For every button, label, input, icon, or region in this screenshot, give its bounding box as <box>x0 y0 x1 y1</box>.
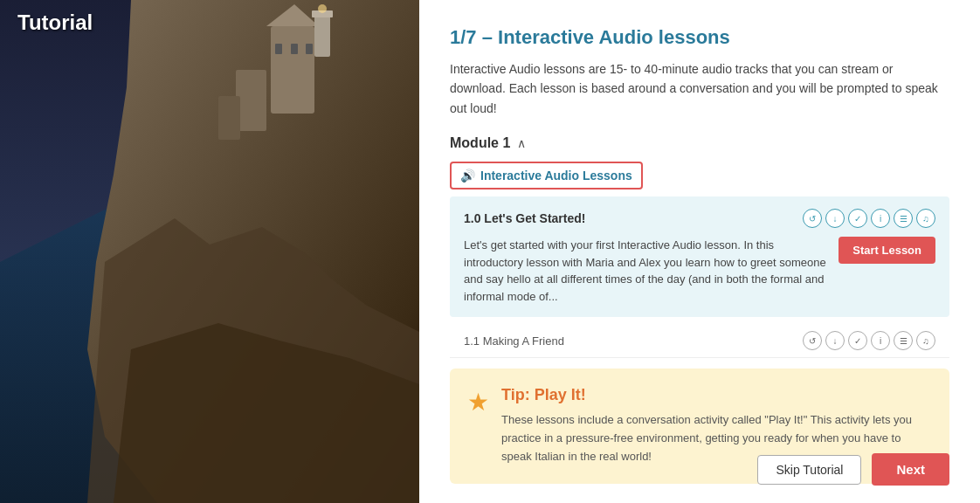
lesson-icon-download[interactable]: ↓ <box>825 209 845 228</box>
lesson-icon-check[interactable]: ✓ <box>848 209 867 228</box>
lesson-icon-info[interactable]: i <box>871 209 890 228</box>
collapsed-icon-list[interactable]: ☰ <box>894 331 913 350</box>
lesson-item-body: Let's get started with your first Intera… <box>464 237 935 305</box>
collapsed-lesson-item: 1.1 Making A Friend ↺ ↓ ✓ i ☰ ♫ <box>450 324 949 358</box>
tutorial-label: Tutorial <box>17 10 93 35</box>
lesson-item-header: 1.0 Let's Get Started! ↺ ↓ ✓ i ☰ ♫ <box>464 209 935 228</box>
chevron-up-icon[interactable]: ∧ <box>517 136 526 150</box>
lesson-icon-refresh[interactable]: ↺ <box>803 209 822 228</box>
lesson-section-highlight: 🔊 Interactive Audio Lessons <box>450 162 643 189</box>
right-panel: 1/7 – Interactive Audio lessons Interact… <box>419 0 980 503</box>
collapsed-icon-refresh[interactable]: ↺ <box>803 331 822 350</box>
collapsed-lesson-title: 1.1 Making A Friend <box>464 334 564 348</box>
collapsed-icon-check[interactable]: ✓ <box>848 331 867 350</box>
expanded-lesson-item: 1.0 Let's Get Started! ↺ ↓ ✓ i ☰ ♫ Let's… <box>450 196 949 317</box>
next-button[interactable]: Next <box>872 453 949 486</box>
left-panel: Tutorial <box>0 0 419 503</box>
module-title: Module 1 <box>450 135 510 151</box>
tip-title: Tip: Play It! <box>501 386 932 404</box>
tip-star-icon: ★ <box>467 388 489 417</box>
bottom-nav: Skip Tutorial Next <box>757 453 949 486</box>
audio-icon: 🔊 <box>460 169 475 183</box>
lesson-item-text: Let's get started with your first Intera… <box>464 237 830 305</box>
lesson-item-title: 1.0 Let's Get Started! <box>464 211 585 225</box>
collapsed-icon-download[interactable]: ↓ <box>825 331 845 350</box>
lesson-section-label: Interactive Audio Lessons <box>480 169 632 183</box>
collapsed-lesson-icons: ↺ ↓ ✓ i ☰ ♫ <box>803 331 935 350</box>
collapsed-icon-headphones[interactable]: ♫ <box>916 331 935 350</box>
lesson-icon-headphones[interactable]: ♫ <box>916 209 935 228</box>
collapsed-icon-info[interactable]: i <box>871 331 890 350</box>
page-title: 1/7 – Interactive Audio lessons <box>450 26 949 49</box>
lesson-icon-list[interactable]: ☰ <box>894 209 913 228</box>
start-lesson-button[interactable]: Start Lesson <box>839 237 935 264</box>
skip-tutorial-button[interactable]: Skip Tutorial <box>757 455 861 485</box>
lesson-icons: ↺ ↓ ✓ i ☰ ♫ <box>803 209 935 228</box>
page-description: Interactive Audio lessons are 15- to 40-… <box>450 59 949 118</box>
module-header: Module 1 ∧ <box>450 135 949 151</box>
